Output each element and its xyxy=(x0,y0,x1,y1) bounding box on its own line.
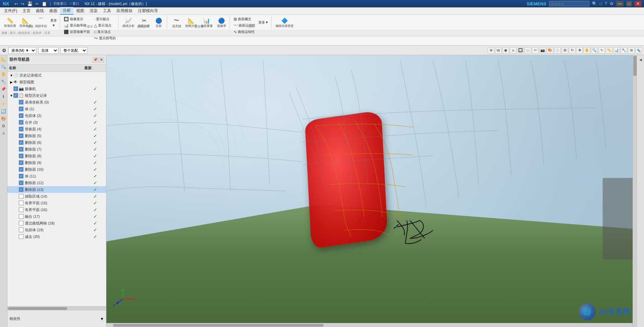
delface12-checkbox[interactable]: ✓ xyxy=(19,180,23,185)
assembly-select[interactable]: 整个装配 xyxy=(60,47,87,54)
viewport-scrollbar-horizontal[interactable] xyxy=(106,323,633,327)
left-icon-tools[interactable]: 🔧 xyxy=(1,79,7,85)
measure-icon[interactable]: 📏 xyxy=(606,47,612,54)
blend17-checkbox[interactable] xyxy=(19,214,23,219)
replaceface4-checkbox[interactable]: ✓ xyxy=(19,127,23,131)
navigator-close-button[interactable]: ✕ xyxy=(99,57,104,63)
tree-item-bounded-plane-16[interactable]: 有界平面 (16) ✓ xyxy=(7,206,106,213)
left-icon-search[interactable]: 🔍 xyxy=(1,64,7,70)
tree-item-coord[interactable]: ✓ 基准坐标系 (0) ✓ xyxy=(7,99,106,106)
body-filter-select[interactable]: 实体 xyxy=(38,47,58,54)
delface13-checkbox[interactable]: ✓ xyxy=(19,187,23,192)
move-icon[interactable]: ✥ xyxy=(576,47,583,54)
tree-item-delete-face-13[interactable]: ✓ 删除面 (13) ✓ xyxy=(7,186,106,193)
camera-icon[interactable]: 📷 xyxy=(539,47,546,54)
settings-gear-icon[interactable]: ⚙ xyxy=(2,48,6,53)
tree-item-bounded-plane-15[interactable]: 有界平面 (15) ✓ xyxy=(7,200,106,206)
menu-surface[interactable]: 曲面 xyxy=(47,7,60,14)
filter-select[interactable]: 菜单(M) ▼ xyxy=(8,47,36,54)
help-minimize-icon[interactable]: □ xyxy=(600,1,602,6)
coord-checkbox[interactable]: ✓ xyxy=(19,100,23,105)
tree-item-delete-face-8[interactable]: ✓ 删除面 (8) ✓ xyxy=(7,153,106,159)
pan-icon[interactable]: ✋ xyxy=(584,47,590,54)
settings-icon[interactable]: ⚙ xyxy=(610,1,613,6)
menu-file[interactable]: 文件(F) xyxy=(1,7,20,14)
left-icon-snap[interactable]: 📐 xyxy=(1,56,7,63)
bplane16-checkbox[interactable] xyxy=(19,207,23,212)
tree-item-body-11[interactable]: ✓ 体 (11) ✓ xyxy=(7,173,106,179)
tree-item-envelope-19[interactable]: 包容体 (19) ✓ xyxy=(7,227,106,233)
delface8-checkbox[interactable]: ✓ xyxy=(19,154,23,158)
menu-view[interactable]: 视图 xyxy=(73,7,87,14)
body11-checkbox[interactable]: ✓ xyxy=(19,174,23,178)
left-icon-bolt[interactable]: ⚡ xyxy=(1,101,7,107)
redo-icon[interactable]: ↪ xyxy=(21,1,24,6)
show-inflection-button[interactable]: 〜 显示拐弯的 xyxy=(93,35,117,41)
part-icon[interactable]: 🔩 xyxy=(635,47,642,54)
search-icon[interactable]: 🔍 xyxy=(592,1,597,6)
save-icon[interactable]: 💾 xyxy=(27,1,33,6)
menu-render[interactable]: 渲染 xyxy=(87,7,100,14)
tree-item-delete-face-10[interactable]: ✓ 删除面 (10) ✓ xyxy=(7,166,106,173)
left-icon-pin[interactable]: 📌 xyxy=(1,86,7,92)
delface10-checkbox[interactable]: ✓ xyxy=(19,167,23,172)
zoom-in-icon[interactable]: 🔍 xyxy=(591,47,598,54)
edge-display-icon[interactable]: □ xyxy=(525,47,531,54)
menu-app-module[interactable]: 应用模块 xyxy=(114,7,135,14)
left-icon-settings[interactable]: ⚙ xyxy=(1,123,7,129)
tree-item-replace-face-4[interactable]: ✓ 替换面 (4) ✓ xyxy=(7,126,106,132)
delface9-checkbox[interactable]: ✓ xyxy=(19,160,23,165)
window-icon[interactable]: □ 窗口 xyxy=(69,1,79,6)
body1-checkbox[interactable]: ✓ xyxy=(19,107,23,111)
tree-item-merge-3[interactable]: ✓ 合并 (3) ✓ xyxy=(7,119,106,126)
search-input[interactable] xyxy=(549,1,589,6)
menu-tools[interactable]: 工具 xyxy=(100,7,114,14)
tree-item-camera[interactable]: ✓ 📷 摄像机 ✓ xyxy=(7,85,106,92)
color-icon[interactable]: 🎨 xyxy=(547,47,553,54)
left-icon-select[interactable]: ✋ xyxy=(1,71,7,77)
navigator-pin-button[interactable]: 📌 xyxy=(93,57,98,63)
cut-icon[interactable]: ✂ xyxy=(35,1,39,6)
viewport-3d[interactable]: X Y Z 🌐 3D世界网 xyxy=(106,55,637,327)
tree-item-blend-17[interactable]: 融合 (17) ✓ xyxy=(7,213,106,220)
close-button[interactable]: ✕ xyxy=(635,1,641,6)
left-icon-layers[interactable]: ≡ xyxy=(1,130,7,136)
tree-item-subtract-20[interactable]: 减去 (20) ✓ xyxy=(7,233,106,240)
sidebar-scrollbar-h[interactable] xyxy=(7,306,106,310)
section-icon[interactable]: ✂ xyxy=(532,47,539,54)
tree-item-extract-region-14[interactable]: 抽取区域 (14) ✓ xyxy=(7,193,106,200)
right-collapse-icon[interactable]: ◀ xyxy=(638,56,644,63)
subtract20-checkbox[interactable] xyxy=(19,234,23,239)
expand-icon[interactable]: ▼ xyxy=(9,94,13,97)
snap-point-icon[interactable]: ⊕ xyxy=(488,47,494,54)
minimize-button[interactable]: — xyxy=(616,1,624,6)
model-history-checkbox[interactable]: ✓ xyxy=(13,93,18,98)
menu-injection[interactable]: 注塑模向导 xyxy=(135,7,161,14)
merge3-checkbox[interactable]: ✓ xyxy=(19,120,23,125)
tree-item-through-mesh-18[interactable]: 通过曲线网格 (18) ✓ xyxy=(7,220,106,227)
delface7-checkbox[interactable]: ✓ xyxy=(19,147,23,152)
tree-item-delete-face-12[interactable]: ✓ 删除面 (12) ✓ xyxy=(7,179,106,186)
left-icon-rotate[interactable]: 🔄 xyxy=(1,108,7,114)
expand-icon[interactable]: ▼ xyxy=(9,74,13,77)
delface5-checkbox[interactable]: ✓ xyxy=(19,133,23,138)
tree-item-model-history[interactable]: ▼ ✓ 📋 模型历史记录 xyxy=(7,92,106,99)
edit-solid-density-button[interactable]: 🔷 编辑实体密度 xyxy=(274,16,295,29)
view-orient-icon[interactable]: ◉ xyxy=(502,47,509,54)
left-icon-palette[interactable]: 🎨 xyxy=(1,116,7,122)
zoom-fit-icon[interactable]: ⊞ xyxy=(561,47,568,54)
rotate-icon[interactable]: ↻ xyxy=(569,47,576,54)
curve-continuity-button[interactable]: ∿ 曲线运续性 xyxy=(233,29,256,35)
transparent-icon[interactable]: ◌ xyxy=(554,47,561,54)
tree-item-delete-face-5[interactable]: ✓ 删除面 (5) ✓ xyxy=(7,132,106,139)
wcs-icon[interactable]: W xyxy=(495,47,502,54)
analysis-icon[interactable]: 📊 xyxy=(613,47,620,54)
camera-checkbox[interactable]: ✓ xyxy=(13,86,18,91)
mirror-display-button[interactable]: 🔲 镜像显示 xyxy=(63,16,91,22)
menu-home[interactable]: 主页 xyxy=(20,7,33,14)
feature-icon[interactable]: 🔧 xyxy=(621,47,627,54)
envelope2-checkbox[interactable]: ✓ xyxy=(19,113,23,118)
menu-curve[interactable]: 曲线 xyxy=(33,7,47,14)
tree-item-model-views[interactable]: ▶ 👁 模型视图 xyxy=(7,79,106,85)
expand-icon[interactable]: ▶ xyxy=(9,80,13,84)
